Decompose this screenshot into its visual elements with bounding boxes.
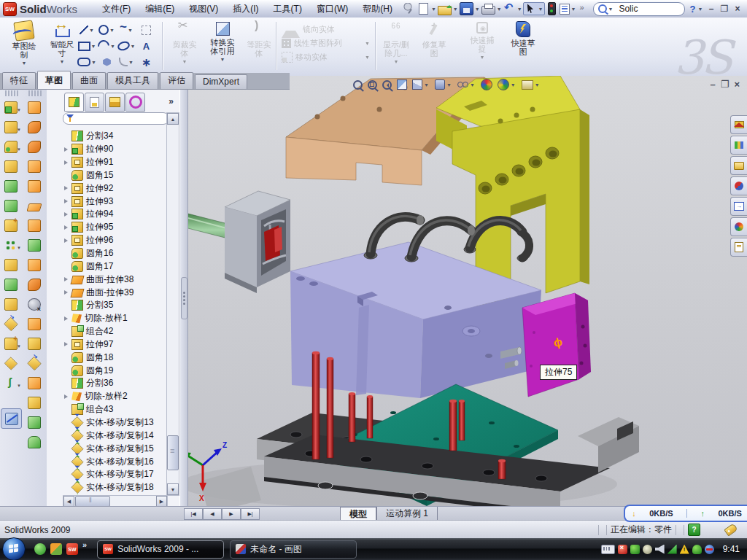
view-tool-button[interactable]	[382, 80, 392, 90]
tree-item[interactable]: 拉伸90	[64, 143, 166, 156]
task-pane-tab[interactable]	[730, 115, 747, 134]
dropdown-caret-icon[interactable]: ▼	[365, 55, 370, 60]
feature-tool-button[interactable]	[1, 354, 21, 373]
dropdown-caret-icon[interactable]: ▼	[60, 58, 65, 66]
dropdown-caret-icon[interactable]: ▼	[394, 58, 399, 66]
dropdown-caret-icon[interactable]: ▼	[453, 7, 458, 12]
scrollbar-thumb[interactable]	[75, 496, 110, 507]
feature-tool-button[interactable]: ▼	[1, 98, 21, 117]
feature-tool-button[interactable]: ▼	[1, 117, 21, 137]
part-insert-block-magenta[interactable]: ϕ	[522, 293, 591, 397]
feature-tool-button[interactable]	[1, 216, 21, 236]
dropdown-caret-icon[interactable]: ▼	[131, 44, 136, 49]
sketch-tool-button[interactable]: ▼	[77, 38, 97, 54]
dropdown-caret-icon[interactable]: ▼	[220, 55, 225, 64]
dropdown-caret-icon[interactable]: ▼	[182, 58, 187, 66]
ribbon-tab[interactable]: 评估	[160, 72, 193, 89]
dropdown-caret-icon[interactable]: ▼	[511, 82, 516, 88]
dropdown-caret-icon[interactable]: ▼	[17, 246, 21, 250]
sketch-tool-button[interactable]	[97, 54, 117, 70]
command-button[interactable]: 快速捕 捉▼	[465, 20, 499, 72]
view-tool-button[interactable]: ▼	[435, 79, 452, 90]
toolbar-grip[interactable]	[5, 90, 18, 96]
expand-arrow[interactable]	[64, 342, 71, 346]
dropdown-caret-icon[interactable]: ▼	[89, 28, 94, 33]
dropdown-caret-icon[interactable]: ▼	[22, 59, 27, 68]
tree-item[interactable]: 圆角15	[64, 169, 166, 182]
antivirus-tray-icon[interactable]	[618, 545, 627, 554]
tree-item[interactable]: 分割35	[64, 299, 166, 312]
tree-item[interactable]: 分割34	[64, 130, 166, 143]
volume-tray-icon[interactable]	[655, 545, 665, 554]
command-button[interactable]: 等距实 体	[242, 20, 276, 72]
scroll-right-button[interactable]: ▶	[156, 496, 167, 507]
toolbar-grip[interactable]	[28, 90, 42, 96]
tree-item[interactable]: 拉伸97	[64, 338, 166, 351]
feature-tool-button[interactable]	[1, 255, 21, 275]
tree-item[interactable]: 实体-移动/复制17	[64, 468, 166, 481]
feature-tool-button[interactable]	[1, 314, 21, 334]
doc-close-button[interactable]: ×	[734, 79, 740, 90]
menu-item[interactable]: 编辑(E)	[138, 0, 182, 18]
taskbar-window-button[interactable]: SWSolidWorks 2009 - ...	[97, 540, 224, 559]
surface-tool-button[interactable]	[24, 314, 44, 334]
sketch-tool-button[interactable]: ▼	[117, 54, 136, 70]
surface-tool-button[interactable]	[24, 176, 44, 196]
tree-item[interactable]: 实体-移动/复制18	[64, 481, 166, 494]
dropdown-caret-icon[interactable]: ▼	[424, 82, 429, 88]
toolbar-button[interactable]: ▼	[459, 2, 481, 15]
command-button[interactable]: 移动实体▼	[282, 51, 371, 63]
dropdown-caret-icon[interactable]: ▼	[470, 82, 475, 88]
toolbar-button[interactable]: ▼	[559, 3, 577, 15]
surface-tool-button[interactable]	[24, 98, 44, 117]
search-input[interactable]	[617, 3, 671, 15]
tree-item[interactable]: 拉伸96	[64, 234, 166, 247]
surface-tool-button[interactable]	[24, 354, 44, 373]
expand-arrow[interactable]	[64, 186, 71, 190]
toolbar-button[interactable]	[545, 2, 559, 15]
menu-item[interactable]: 文件(F)	[95, 0, 138, 18]
surface-tool-button[interactable]	[24, 157, 44, 176]
sketch-tool-button[interactable]: ▼	[77, 54, 97, 70]
surface-tool-button[interactable]	[24, 117, 44, 137]
tree-item[interactable]: 圆角17	[64, 260, 166, 273]
view-tool-button[interactable]	[397, 79, 407, 90]
feature-tool-button[interactable]	[1, 275, 21, 295]
featuremanager-tab[interactable]	[64, 93, 84, 112]
search-dropdown-caret-icon[interactable]: ▼	[608, 7, 613, 12]
command-button[interactable]: 草图绘 制▼	[6, 20, 42, 72]
quick-launch-chevron-icon[interactable]: »	[82, 540, 87, 549]
start-button[interactable]	[2, 537, 26, 560]
feature-tool-button[interactable]: ▼	[1, 334, 21, 354]
tree-item[interactable]: 切除-放样2	[64, 390, 166, 403]
model-3d[interactable]: ϕ	[179, 76, 747, 507]
command-button[interactable]: 转换实 体引用▼	[206, 20, 239, 72]
tree-item[interactable]: 切除-放样1	[64, 312, 166, 325]
tags-icon[interactable]	[724, 523, 738, 536]
scroll-down-button[interactable]: ▼	[167, 483, 179, 495]
command-button[interactable]: 快速草 图	[506, 20, 540, 72]
view-tool-button[interactable]	[481, 79, 492, 90]
sketch-tool-button[interactable]: ▼	[97, 38, 117, 54]
feature-tool-button[interactable]: ▼	[1, 137, 21, 157]
view-tool-button[interactable]	[353, 80, 363, 90]
network-tray-icon[interactable]	[667, 545, 677, 554]
view-tool-button[interactable]: ▼	[412, 79, 430, 90]
doc-restore-button[interactable]: ❐	[721, 79, 729, 90]
update-tray-icon[interactable]	[643, 545, 652, 554]
tree-item[interactable]: 曲面-拉伸39	[64, 286, 166, 299]
next-tab-button[interactable]: ▶	[222, 508, 241, 520]
sketch-tool-button[interactable]: ▼	[77, 22, 97, 38]
document-tab[interactable]: 模型	[340, 507, 376, 521]
command-button[interactable]: 修复草 图	[417, 20, 451, 72]
taskbar-window-button[interactable]: 未命名 - 画图	[230, 540, 357, 559]
tree-filter-box[interactable]	[63, 112, 169, 125]
tree-item[interactable]: 拉伸92	[64, 182, 166, 195]
toolbar-button[interactable]: ▼	[417, 3, 437, 15]
toolbar-button[interactable]	[576, 3, 590, 15]
solidworks-quick-icon[interactable]: SW	[66, 543, 78, 555]
part-clamp-gray[interactable]	[225, 191, 290, 293]
task-pane-tab[interactable]	[730, 136, 747, 155]
command-button[interactable]: 镜向实体	[282, 23, 371, 35]
task-pane-tab[interactable]	[730, 156, 747, 175]
